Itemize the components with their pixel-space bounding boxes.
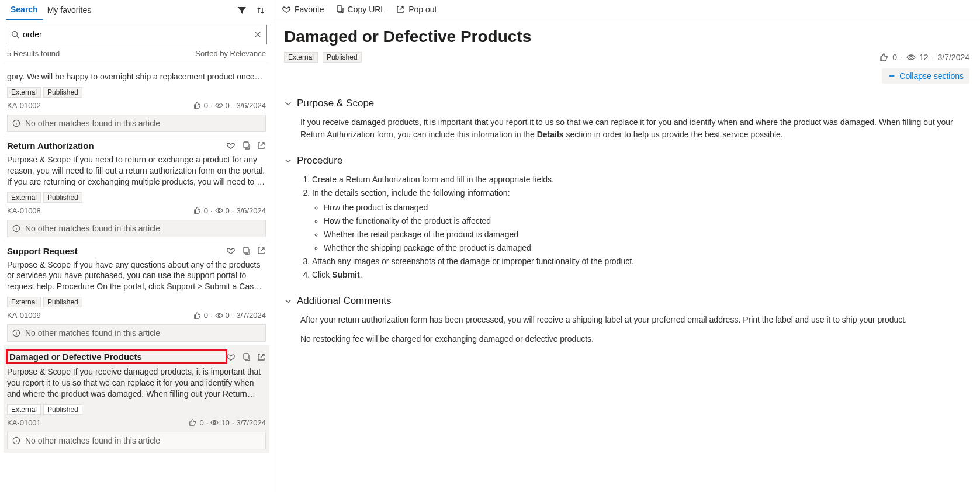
svg-rect-6	[244, 247, 248, 253]
svg-point-1	[218, 105, 220, 107]
result-card[interactable]: Damaged or Defective ProductsPurpose & S…	[4, 345, 269, 453]
tab-search[interactable]: Search	[6, 1, 43, 20]
no-other-matches: No other matches found in this article	[7, 432, 266, 449]
filter-icon[interactable]	[236, 4, 248, 17]
result-snippet: Purpose & Scope If you need to return or…	[7, 154, 266, 188]
results-list[interactable]: gory. We will be happy to overnight ship…	[0, 63, 273, 492]
chevron-down-icon	[284, 297, 292, 305]
article-panel: Favorite Copy URL Pop out Damaged or Def…	[273, 0, 980, 492]
section-toggle[interactable]: Procedure	[284, 155, 969, 167]
search-input-wrapper	[6, 25, 267, 44]
svg-rect-9	[244, 354, 248, 359]
article-toolbar: Favorite Copy URL Pop out	[273, 0, 980, 19]
copy-icon[interactable]	[241, 141, 251, 150]
pop-out-icon[interactable]	[257, 246, 266, 255]
views-icon	[906, 53, 916, 62]
result-card[interactable]: Support RequestPurpose & Scope If you ha…	[4, 241, 269, 346]
article-body: Damaged or Defective Products External P…	[273, 19, 980, 364]
result-card[interactable]: gory. We will be happy to overnight ship…	[4, 63, 269, 136]
copy-icon[interactable]	[241, 352, 251, 362]
heart-icon[interactable]	[226, 141, 236, 150]
svg-rect-3	[244, 142, 248, 148]
result-id: KA-01008	[7, 206, 193, 215]
result-meta: KA-010020·0·3/6/2024	[7, 101, 266, 110]
favorite-button[interactable]: Favorite	[282, 5, 324, 14]
clear-icon[interactable]	[254, 30, 262, 39]
copy-icon[interactable]	[241, 246, 251, 255]
section-procedure: Procedure Create a Return Authorization …	[284, 155, 969, 281]
svg-point-7	[218, 314, 220, 317]
svg-point-0	[12, 32, 18, 37]
result-card[interactable]: Return AuthorizationPurpose & Scope If y…	[4, 136, 269, 241]
result-title: Return Authorization	[7, 141, 226, 151]
badge: Published	[43, 192, 82, 203]
no-other-matches: No other matches found in this article	[7, 324, 266, 342]
heart-icon[interactable]	[226, 352, 236, 362]
result-id: KA-01009	[7, 311, 193, 320]
svg-point-10	[214, 422, 216, 424]
collapse-sections-button[interactable]: Collapse sections	[882, 68, 969, 84]
section-toggle[interactable]: Purpose & Scope	[284, 98, 969, 109]
pop-out-icon[interactable]	[257, 352, 266, 362]
result-meta: KA-010090·0·3/7/2024	[7, 311, 266, 320]
result-title: Damaged or Defective Products	[7, 351, 226, 363]
section-purpose: Purpose & Scope If you receive damaged p…	[284, 98, 969, 141]
result-badges: ExternalPublished	[7, 87, 266, 98]
no-other-matches: No other matches found in this article	[7, 220, 266, 237]
result-id: KA-01002	[7, 101, 193, 110]
chevron-down-icon	[284, 157, 292, 165]
result-snippet: Purpose & Scope If you have any question…	[7, 259, 266, 293]
result-badges: ExternalPublished	[7, 297, 266, 307]
chevron-down-icon	[284, 99, 292, 108]
badge-external: External	[284, 52, 318, 63]
badge: External	[7, 192, 41, 203]
article-title: Damaged or Defective Products	[284, 27, 969, 46]
result-meta: KA-010080·0·3/6/2024	[7, 206, 266, 215]
like-icon	[879, 53, 889, 62]
search-panel: Search My favorites 5 Results found Sort…	[0, 0, 273, 492]
no-other-matches: No other matches found in this article	[7, 115, 266, 132]
sort-icon[interactable]	[254, 4, 267, 17]
tabs-row: Search My favorites	[0, 0, 273, 21]
comments-p1: After your return authorization form has…	[300, 314, 969, 326]
badge: External	[7, 87, 41, 98]
badge: Published	[43, 297, 82, 307]
svg-point-4	[218, 209, 220, 212]
svg-rect-12	[337, 6, 342, 12]
result-meta: KA-010010·10·3/7/2024	[7, 418, 266, 427]
result-snippet: Purpose & Scope If you receive damaged p…	[7, 366, 266, 400]
article-stats: 0 · 12 · 3/7/2024	[879, 53, 969, 62]
result-badges: ExternalPublished	[7, 192, 266, 203]
result-title: Support Request	[7, 246, 226, 256]
article-badges: External Published	[284, 52, 364, 63]
badge-published: Published	[323, 52, 362, 63]
copy-url-button[interactable]: Copy URL	[335, 5, 386, 14]
sorted-by: Sorted by Relevance	[195, 49, 266, 58]
procedure-list: Create a Return Authorization form and f…	[312, 174, 969, 281]
section-comments: Additional Comments After your return au…	[284, 295, 969, 345]
badge: Published	[43, 87, 82, 98]
section-toggle[interactable]: Additional Comments	[284, 295, 969, 307]
purpose-text: If you receive damaged products, it is i…	[300, 116, 969, 141]
result-id: KA-01001	[7, 418, 189, 427]
result-badges: ExternalPublished	[7, 404, 266, 415]
search-icon	[11, 30, 19, 39]
svg-point-13	[910, 56, 912, 58]
results-count: 5 Results found	[7, 49, 60, 58]
tab-favorites[interactable]: My favorites	[43, 2, 96, 19]
result-snippet: gory. We will be happy to overnight ship…	[7, 71, 266, 82]
pop-out-button[interactable]: Pop out	[396, 5, 437, 14]
badge: External	[7, 297, 41, 307]
search-input[interactable]	[23, 30, 254, 39]
comments-p2: No restocking fee will be charged for ex…	[300, 333, 969, 345]
badge: External	[7, 404, 41, 415]
heart-icon[interactable]	[226, 246, 236, 255]
article-subheader: External Published 0 · 12 · 3/7/2024	[284, 52, 969, 63]
results-meta: 5 Results found Sorted by Relevance	[0, 49, 273, 63]
badge: Published	[43, 404, 82, 415]
pop-out-icon[interactable]	[257, 141, 266, 150]
